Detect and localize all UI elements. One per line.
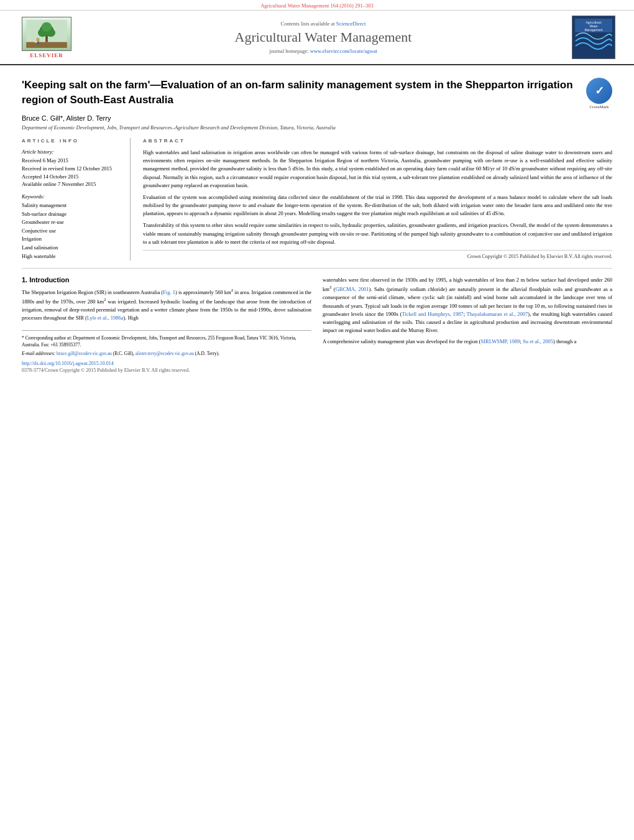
section-divider	[22, 268, 612, 269]
homepage-link[interactable]: www.elsevier.com/locate/agwat	[310, 48, 377, 54]
crossmark-logo[interactable]: ✓	[586, 78, 612, 104]
abstract-para-2: Evaluation of the system was accomplishe…	[143, 193, 612, 218]
journal-main-title: Agricultural Water Management	[75, 29, 572, 45]
awm-logo-box: Agricultural Water Management	[572, 16, 615, 59]
abstract-col: ABSTRACT High watertables and land salin…	[143, 138, 612, 261]
contents-text: Contents lists available at	[281, 21, 335, 27]
abstract-para-1: High watertables and land salinisation i…	[143, 149, 612, 190]
article-title: 'Keeping salt on the farm'—Evaluation of…	[22, 78, 586, 108]
elsevier-logo-box	[22, 17, 71, 51]
gbcma-link[interactable]: GBCMA, 2001	[336, 286, 369, 292]
body-right-para-1: watertables were first observed in the 1…	[323, 276, 612, 335]
body-two-col: 1. Introduction The Shepparton Irrigatio…	[22, 276, 612, 373]
body-right-text: watertables were first observed in the 1…	[323, 276, 612, 346]
awm-logo-image: Agricultural Water Management	[572, 16, 615, 58]
doi-link[interactable]: http://dx.doi.org/10.1016/j.agwat.2015.1…	[22, 361, 114, 366]
lyle1986-link[interactable]: Lyle et al., 1986a	[87, 315, 124, 321]
journal-header: ELSEVIER Contents lists available at Sci…	[0, 11, 634, 65]
keyword-5: Irrigation	[22, 235, 121, 244]
body-right-col: watertables were first observed in the 1…	[323, 276, 612, 373]
email2-link[interactable]: alister.terry@ecodev.vic.gov.au	[136, 351, 194, 356]
section1-title: 1. Introduction	[22, 276, 311, 284]
crossmark-symbol: ✓	[595, 84, 604, 98]
body-right-para-2: A comprehensive salinity management plan…	[323, 338, 612, 346]
page-wrapper: Agricultural Water Management 164 (2016)…	[0, 0, 634, 382]
abstract-para-3: Transferability of this system to other …	[143, 221, 612, 246]
keyword-4: Conjunctive use	[22, 227, 121, 236]
affiliation-line: Department of Economic Development, Jobs…	[22, 124, 612, 131]
article-info-label: ARTICLE INFO	[22, 138, 121, 144]
journal-citation: Agricultural Water Management 164 (2016)…	[260, 2, 374, 9]
journal-top-bar: Agricultural Water Management 164 (2016)…	[0, 0, 634, 11]
contents-line: Contents lists available at ScienceDirec…	[75, 21, 572, 27]
revised-date: Received in revised form 12 October 2015	[22, 165, 121, 173]
elsevier-tree-image	[25, 20, 68, 48]
body-left-para-1: The Shepparton Irrigation Region (SIR) i…	[22, 287, 311, 322]
article-history: Article history: Received 6 May 2015 Rec…	[22, 149, 121, 188]
journal-title-center: Contents lists available at ScienceDirec…	[75, 21, 572, 54]
sirlwsmp-link[interactable]: SIRLWSMP, 1989	[480, 338, 520, 344]
elsevier-logo: ELSEVIER	[19, 17, 75, 58]
keyword-3: Groundwater re-use	[22, 218, 121, 227]
svg-rect-1	[26, 42, 67, 47]
keyword-2: Sub-surface drainage	[22, 210, 121, 219]
fig1-link[interactable]: Fig. 1	[163, 289, 175, 295]
received-date: Received 6 May 2015	[22, 157, 121, 165]
keywords-label: Keywords:	[22, 193, 121, 200]
svg-rect-9	[34, 40, 37, 42]
crossmark-container: ✓ CrossMark	[586, 78, 612, 109]
article-info-col: ARTICLE INFO Article history: Received 6…	[22, 138, 131, 261]
issn-line: 0378-3774/Crown Copyright © 2015 Publish…	[22, 367, 311, 373]
keyword-7: High watertable	[22, 252, 121, 261]
accepted-date: Accepted 14 October 2015	[22, 173, 121, 181]
svg-point-6	[42, 22, 52, 31]
footnote-section: * Corresponding author at: Department of…	[22, 330, 311, 358]
keywords-section: Keywords: Salinity management Sub-surfac…	[22, 193, 121, 261]
elsevier-label: ELSEVIER	[30, 52, 63, 58]
keyword-6: Land salinisation	[22, 244, 121, 252]
available-date: Available online 7 November 2015	[22, 180, 121, 188]
homepage-text: journal homepage:	[269, 48, 309, 54]
crossmark-label: CrossMark	[586, 104, 612, 109]
su2005-link[interactable]: Su et al., 2005	[523, 338, 553, 344]
homepage-line: journal homepage: www.elsevier.com/locat…	[75, 48, 572, 54]
doi-line: http://dx.doi.org/10.1016/j.agwat.2015.1…	[22, 361, 311, 366]
article-title-section: 'Keeping salt on the farm'—Evaluation of…	[22, 72, 612, 109]
abstract-label: ABSTRACT	[143, 138, 612, 144]
footnote-star: * Corresponding author at: Department of…	[22, 335, 311, 349]
keyword-1: Salinity management	[22, 201, 121, 210]
info-abstract-section: ARTICLE INFO Article history: Received 6…	[22, 138, 612, 261]
thayala-link[interactable]: Thayalakumaran et al., 2007	[467, 311, 528, 317]
body-left-text: The Shepparton Irrigation Region (SIR) i…	[22, 287, 311, 322]
svg-text:Management: Management	[584, 28, 603, 32]
authors-text: Bruce C. Gill*, Alister D. Terry	[22, 114, 111, 122]
email1-link[interactable]: bruce.gill@ecodev.vic.gov.au	[57, 351, 112, 356]
abstract-text: High watertables and land salinisation i…	[143, 149, 612, 246]
footnote-email: E-mail addresses: bruce.gill@ecodev.vic.…	[22, 350, 311, 357]
article-container: 'Keeping salt on the farm'—Evaluation of…	[0, 65, 634, 382]
body-left-col: 1. Introduction The Shepparton Irrigatio…	[22, 276, 311, 373]
tickell-link[interactable]: Tickell and Humphrys, 1987	[402, 311, 463, 317]
history-label: Article history:	[22, 149, 121, 155]
copyright-line: Crown Copyright © 2015 Published by Else…	[143, 250, 612, 259]
authors-line: Bruce C. Gill*, Alister D. Terry	[22, 114, 612, 122]
sciencedirect-link[interactable]: ScienceDirect	[336, 21, 366, 27]
